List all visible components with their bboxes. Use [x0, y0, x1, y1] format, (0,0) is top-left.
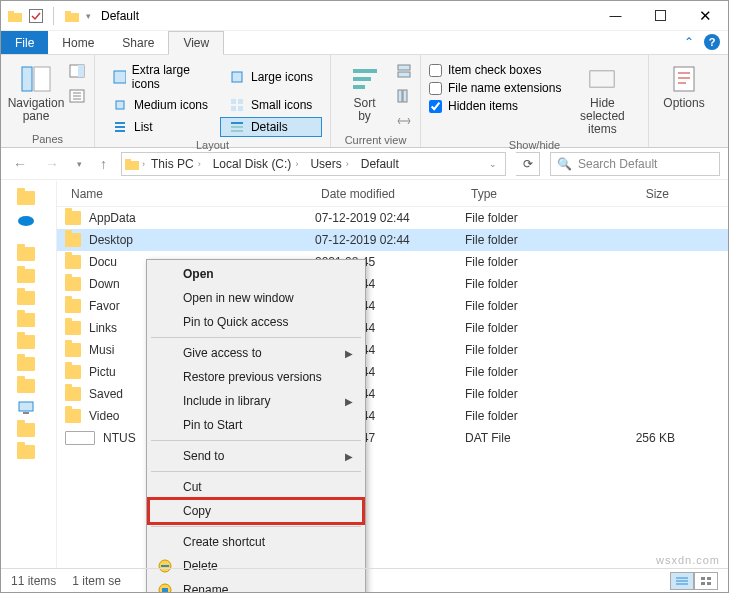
- svg-rect-49: [701, 577, 705, 580]
- svg-rect-18: [238, 99, 243, 104]
- share-tab[interactable]: Share: [108, 31, 168, 54]
- table-row[interactable]: AppData07-12-2019 02:44File folder: [57, 207, 728, 229]
- layout-large[interactable]: Large icons: [220, 61, 322, 93]
- close-button[interactable]: ✕: [683, 1, 728, 31]
- file-extensions-toggle[interactable]: File name extensions: [429, 81, 561, 95]
- folder-icon: [17, 357, 35, 371]
- breadcrumb-seg[interactable]: This PC›: [145, 157, 207, 171]
- onedrive-icon: [17, 213, 35, 227]
- ctx-give-access[interactable]: Give access to▶: [149, 341, 363, 365]
- status-selected-count: 1 item se: [72, 574, 121, 588]
- details-view-button[interactable]: [670, 572, 694, 590]
- hidden-items-toggle[interactable]: Hidden items: [429, 99, 561, 113]
- layout-medium[interactable]: Medium icons: [103, 95, 218, 115]
- ctx-open[interactable]: Open: [149, 262, 363, 286]
- folder-icon: [65, 299, 81, 313]
- forward-button[interactable]: →: [41, 156, 63, 172]
- ctx-include-library[interactable]: Include in library▶: [149, 389, 363, 413]
- breadcrumb-seg[interactable]: Default: [355, 157, 405, 171]
- details-pane-icon[interactable]: [69, 88, 85, 107]
- file-tab[interactable]: File: [1, 31, 48, 54]
- folder-icon: [17, 379, 35, 393]
- title-bar: ▾ Default ― ✕: [1, 1, 728, 31]
- folder-icon: [65, 211, 81, 225]
- folder-icon: [17, 423, 35, 437]
- svg-rect-3: [65, 13, 79, 22]
- folder-icon: [7, 8, 23, 24]
- qat-checkbox-icon[interactable]: [29, 9, 43, 23]
- minimize-button[interactable]: ―: [593, 1, 638, 31]
- svg-rect-2: [30, 9, 43, 22]
- layout-details[interactable]: Details: [220, 117, 322, 137]
- ctx-pin-quick-access[interactable]: Pin to Quick access: [149, 310, 363, 334]
- folder-icon: [65, 321, 81, 335]
- svg-rect-15: [232, 72, 242, 82]
- folder-icon: [17, 313, 35, 327]
- qat-folder-icon[interactable]: [64, 8, 80, 24]
- breadcrumb-seg[interactable]: Users›: [304, 157, 354, 171]
- help-icon[interactable]: ?: [704, 34, 720, 50]
- svg-rect-17: [231, 99, 236, 104]
- breadcrumb-dropdown-icon[interactable]: ⌄: [481, 159, 505, 169]
- svg-rect-29: [353, 85, 365, 89]
- size-columns-icon[interactable]: [396, 113, 412, 132]
- svg-rect-4: [65, 11, 71, 14]
- svg-rect-6: [22, 67, 32, 91]
- svg-rect-31: [398, 72, 410, 77]
- folder-icon: [17, 445, 35, 459]
- svg-rect-14: [114, 71, 126, 83]
- maximize-button[interactable]: [638, 1, 683, 31]
- home-tab[interactable]: Home: [48, 31, 108, 54]
- ctx-copy[interactable]: Copy: [149, 499, 363, 523]
- layout-list[interactable]: List: [103, 117, 218, 137]
- collapse-ribbon-icon[interactable]: ⌃: [684, 35, 694, 49]
- svg-rect-27: [353, 69, 377, 73]
- back-button[interactable]: ←: [9, 156, 31, 172]
- thumbnails-view-button[interactable]: [694, 572, 718, 590]
- search-box[interactable]: 🔍 Search Default: [550, 152, 720, 176]
- svg-rect-51: [701, 582, 705, 585]
- navigation-pane-button[interactable]: Navigation pane: [9, 57, 63, 123]
- up-button[interactable]: ↑: [96, 156, 111, 172]
- folder-icon: [65, 365, 81, 379]
- svg-rect-30: [398, 65, 410, 70]
- folder-icon: [17, 269, 35, 283]
- hide-selected-button[interactable]: Hide selected items: [567, 57, 637, 137]
- recent-locations-button[interactable]: ▾: [73, 159, 86, 169]
- refresh-button[interactable]: ⟳: [516, 152, 540, 176]
- layout-gallery[interactable]: Extra large icons Large icons Medium ico…: [103, 57, 322, 137]
- folder-icon: [65, 255, 81, 269]
- preview-pane-icon[interactable]: [69, 63, 85, 82]
- qat-dropdown-icon[interactable]: ▾: [86, 11, 91, 21]
- column-headers[interactable]: Name Date modified Type Size: [57, 181, 728, 207]
- ribbon: Navigation pane Panes Extra large icons …: [1, 55, 728, 148]
- navigation-pane[interactable]: [1, 181, 57, 568]
- ctx-cut[interactable]: Cut: [149, 475, 363, 499]
- add-columns-icon[interactable]: [396, 88, 412, 107]
- ctx-send-to[interactable]: Send to▶: [149, 444, 363, 468]
- svg-rect-36: [674, 67, 694, 91]
- folder-icon: [65, 409, 81, 423]
- breadcrumb-seg[interactable]: Local Disk (C:)›: [207, 157, 305, 171]
- folder-icon: [65, 343, 81, 357]
- ctx-open-new-window[interactable]: Open in new window: [149, 286, 363, 310]
- sort-by-button[interactable]: Sort by: [339, 57, 390, 123]
- window-title: Default: [97, 9, 139, 23]
- panes-group-label: Panes: [9, 131, 86, 147]
- view-tab[interactable]: View: [168, 31, 224, 55]
- table-row[interactable]: Desktop07-12-2019 02:44File folder: [57, 229, 728, 251]
- breadcrumb[interactable]: › This PC› Local Disk (C:)› Users› Defau…: [121, 152, 506, 176]
- svg-rect-25: [231, 126, 243, 128]
- svg-rect-41: [23, 412, 29, 414]
- options-button[interactable]: Options: [657, 57, 711, 110]
- svg-rect-26: [231, 130, 243, 132]
- ctx-restore-versions[interactable]: Restore previous versions: [149, 365, 363, 389]
- svg-rect-16: [116, 101, 124, 109]
- ctx-pin-start[interactable]: Pin to Start: [149, 413, 363, 437]
- folder-icon: [65, 277, 81, 291]
- ctx-create-shortcut[interactable]: Create shortcut: [149, 530, 363, 554]
- layout-extra-large[interactable]: Extra large icons: [103, 61, 218, 93]
- layout-small[interactable]: Small icons: [220, 95, 322, 115]
- group-by-icon[interactable]: [396, 63, 412, 82]
- item-checkboxes-toggle[interactable]: Item check boxes: [429, 63, 561, 77]
